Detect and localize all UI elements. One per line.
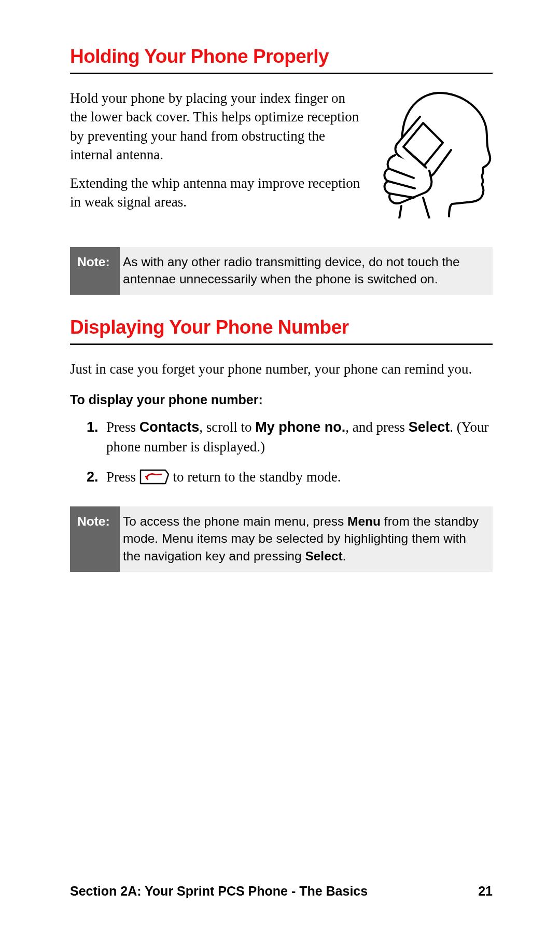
holding-p1: Hold your phone by placing your index fi… — [70, 89, 364, 164]
phone-head-illustration — [373, 89, 493, 218]
step1-pre: Press — [106, 419, 139, 435]
holding-p2: Extending the whip antenna may improve r… — [70, 174, 364, 212]
display-subhead: To display your phone number: — [70, 392, 493, 407]
step1-b1: Contacts — [139, 419, 200, 435]
display-intro: Just in case you forget your phone numbe… — [70, 360, 493, 379]
page-footer: Section 2A: Your Sprint PCS Phone - The … — [70, 884, 493, 899]
step1-b3: Select — [409, 419, 450, 435]
note2-pre: To access the phone main menu, press — [123, 514, 347, 528]
step1-mid1: , scroll to — [199, 419, 255, 435]
step1-b2: My phone no. — [255, 419, 345, 435]
footer-section: Section 2A: Your Sprint PCS Phone - The … — [70, 884, 368, 899]
step2-pre: Press — [106, 469, 139, 485]
note2-b2: Select — [305, 549, 342, 563]
end-key-icon — [139, 469, 170, 485]
note-antenna-text: As with any other radio transmitting dev… — [120, 247, 493, 295]
step2-post: to return to the standby mode. — [170, 469, 341, 485]
note-label: Note: — [70, 247, 120, 295]
note-antenna: Note: As with any other radio transmitti… — [70, 247, 493, 295]
note-menu: Note: To access the phone main menu, pre… — [70, 506, 493, 571]
holding-text: Hold your phone by placing your index fi… — [70, 89, 364, 221]
step-2: Press to return to the standby mode. — [87, 468, 493, 487]
row-holding: Hold your phone by placing your index fi… — [70, 89, 493, 221]
note2-b1: Menu — [347, 514, 381, 528]
step1-mid2: , and press — [345, 419, 408, 435]
footer-page: 21 — [478, 884, 493, 899]
phone-head-icon — [373, 89, 493, 218]
note-label-2: Note: — [70, 506, 120, 571]
note-menu-text: To access the phone main menu, press Men… — [120, 506, 493, 571]
step-1: Press Contacts, scroll to My phone no., … — [87, 418, 493, 457]
note2-post: . — [343, 549, 346, 563]
steps-list: Press Contacts, scroll to My phone no., … — [87, 418, 493, 487]
heading-holding: Holding Your Phone Properly — [70, 46, 493, 74]
heading-display-number: Displaying Your Phone Number — [70, 317, 493, 345]
